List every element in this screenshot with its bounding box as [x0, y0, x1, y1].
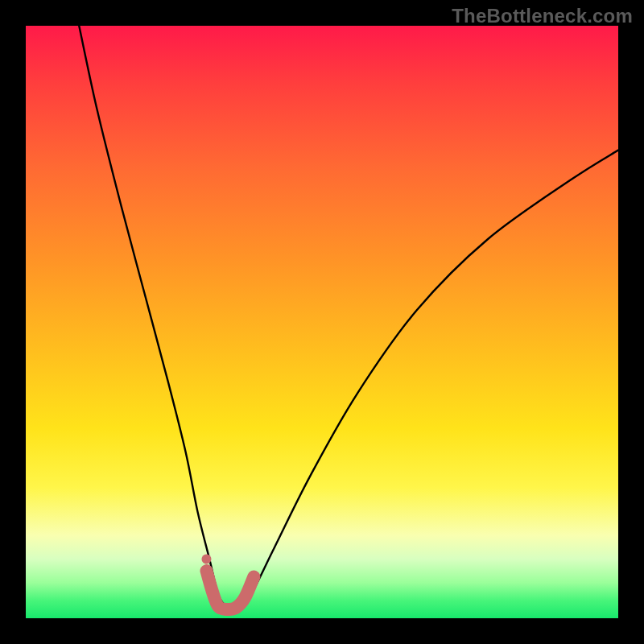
bottleneck-curve [79, 26, 618, 608]
watermark-text: TheBottleneck.com [452, 5, 633, 27]
valley-highlight [206, 571, 254, 609]
chart-frame: TheBottleneck.com [0, 0, 644, 644]
highlight-dot [201, 554, 211, 564]
curve-layer [26, 26, 618, 618]
plot-area [26, 26, 618, 618]
